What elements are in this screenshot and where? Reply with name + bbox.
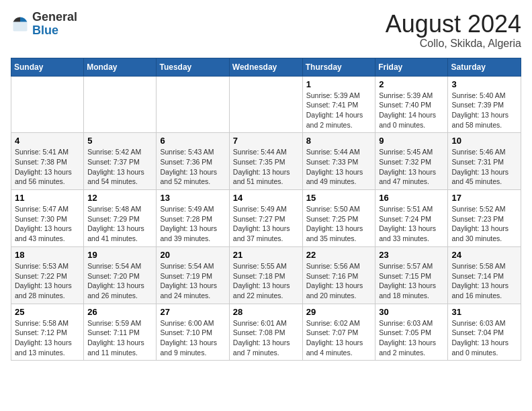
day-number: 27 (160, 307, 225, 317)
day-number: 5 (87, 136, 152, 146)
day-info: Sunrise: 5:54 AMSunset: 7:20 PMDaylight:… (87, 261, 152, 301)
day-cell: 27Sunrise: 6:00 AMSunset: 7:10 PMDayligh… (157, 304, 229, 361)
day-cell: 2Sunrise: 5:39 AMSunset: 7:40 PMDaylight… (375, 76, 448, 133)
weekday-header-wednesday: Wednesday (229, 58, 302, 76)
day-cell: 22Sunrise: 5:56 AMSunset: 7:16 PMDayligh… (302, 246, 375, 304)
day-number: 24 (451, 250, 517, 260)
day-cell: 25Sunrise: 5:58 AMSunset: 7:12 PMDayligh… (11, 304, 84, 361)
location-subtitle: Collo, Skikda, Algeria (386, 38, 521, 50)
week-row-4: 18Sunrise: 5:53 AMSunset: 7:22 PMDayligh… (11, 246, 521, 304)
day-info: Sunrise: 5:45 AMSunset: 7:32 PMDaylight:… (379, 147, 444, 187)
day-info: Sunrise: 5:57 AMSunset: 7:15 PMDaylight:… (379, 261, 444, 301)
day-info: Sunrise: 5:48 AMSunset: 7:29 PMDaylight:… (87, 204, 152, 244)
weekday-header-monday: Monday (84, 58, 157, 76)
day-cell: 6Sunrise: 5:43 AMSunset: 7:36 PMDaylight… (157, 133, 229, 190)
day-info: Sunrise: 6:01 AMSunset: 7:08 PMDaylight:… (233, 318, 299, 358)
day-cell: 12Sunrise: 5:48 AMSunset: 7:29 PMDayligh… (84, 190, 157, 247)
day-number: 28 (233, 307, 299, 317)
day-cell: 17Sunrise: 5:52 AMSunset: 7:23 PMDayligh… (448, 190, 521, 247)
header-row: SundayMondayTuesdayWednesdayThursdayFrid… (11, 58, 521, 76)
weekday-header-tuesday: Tuesday (157, 58, 229, 76)
day-cell: 10Sunrise: 5:46 AMSunset: 7:31 PMDayligh… (448, 133, 521, 190)
day-number: 31 (451, 307, 517, 317)
day-cell: 1Sunrise: 5:39 AMSunset: 7:41 PMDaylight… (302, 76, 375, 133)
logo-blue-text: Blue (32, 24, 58, 37)
day-info: Sunrise: 5:58 AMSunset: 7:12 PMDaylight:… (15, 318, 80, 358)
day-cell (229, 76, 302, 133)
day-info: Sunrise: 5:49 AMSunset: 7:27 PMDaylight:… (233, 204, 299, 244)
day-cell: 21Sunrise: 5:55 AMSunset: 7:18 PMDayligh… (229, 246, 302, 304)
svg-rect-0 (13, 21, 28, 31)
day-number: 7 (233, 136, 299, 146)
day-number: 3 (451, 79, 517, 89)
day-info: Sunrise: 5:56 AMSunset: 7:16 PMDaylight:… (306, 261, 372, 301)
day-number: 2 (379, 79, 444, 89)
day-cell (84, 76, 157, 133)
logo-icon (11, 15, 30, 34)
month-year-title: August 2024 (386, 11, 521, 38)
day-number: 30 (379, 307, 444, 317)
day-cell: 18Sunrise: 5:53 AMSunset: 7:22 PMDayligh… (11, 246, 84, 304)
day-cell: 7Sunrise: 5:44 AMSunset: 7:35 PMDaylight… (229, 133, 302, 190)
day-number: 19 (87, 250, 152, 260)
weekday-header-sunday: Sunday (11, 58, 84, 76)
day-number: 25 (15, 307, 80, 317)
day-cell: 30Sunrise: 6:03 AMSunset: 7:05 PMDayligh… (375, 304, 448, 361)
day-number: 26 (87, 307, 152, 317)
day-cell: 5Sunrise: 5:42 AMSunset: 7:37 PMDaylight… (84, 133, 157, 190)
day-number: 4 (15, 136, 80, 146)
day-info: Sunrise: 6:02 AMSunset: 7:07 PMDaylight:… (306, 318, 372, 358)
day-cell: 28Sunrise: 6:01 AMSunset: 7:08 PMDayligh… (229, 304, 302, 361)
logo-general-text: General (32, 10, 77, 24)
day-info: Sunrise: 5:54 AMSunset: 7:19 PMDaylight:… (160, 261, 225, 301)
week-row-5: 25Sunrise: 5:58 AMSunset: 7:12 PMDayligh… (11, 304, 521, 361)
day-cell: 11Sunrise: 5:47 AMSunset: 7:30 PMDayligh… (11, 190, 84, 247)
day-cell: 14Sunrise: 5:49 AMSunset: 7:27 PMDayligh… (229, 190, 302, 247)
day-number: 6 (160, 136, 225, 146)
calendar-table: SundayMondayTuesdayWednesdayThursdayFrid… (11, 58, 521, 361)
logo: General Blue (11, 11, 77, 38)
day-number: 20 (160, 250, 225, 260)
day-info: Sunrise: 5:52 AMSunset: 7:23 PMDaylight:… (451, 204, 517, 244)
day-info: Sunrise: 5:51 AMSunset: 7:24 PMDaylight:… (379, 204, 444, 244)
weekday-header-friday: Friday (375, 58, 448, 76)
day-cell: 19Sunrise: 5:54 AMSunset: 7:20 PMDayligh… (84, 246, 157, 304)
day-info: Sunrise: 5:55 AMSunset: 7:18 PMDaylight:… (233, 261, 299, 301)
day-cell: 4Sunrise: 5:41 AMSunset: 7:38 PMDaylight… (11, 133, 84, 190)
day-number: 16 (379, 193, 444, 203)
weekday-header-thursday: Thursday (302, 58, 375, 76)
week-row-2: 4Sunrise: 5:41 AMSunset: 7:38 PMDaylight… (11, 133, 521, 190)
day-number: 10 (451, 136, 517, 146)
day-cell: 16Sunrise: 5:51 AMSunset: 7:24 PMDayligh… (375, 190, 448, 247)
day-number: 18 (15, 250, 80, 260)
day-info: Sunrise: 5:43 AMSunset: 7:36 PMDaylight:… (160, 147, 225, 187)
day-number: 23 (379, 250, 444, 260)
day-cell: 26Sunrise: 5:59 AMSunset: 7:11 PMDayligh… (84, 304, 157, 361)
day-cell: 13Sunrise: 5:49 AMSunset: 7:28 PMDayligh… (157, 190, 229, 247)
day-cell: 29Sunrise: 6:02 AMSunset: 7:07 PMDayligh… (302, 304, 375, 361)
week-row-3: 11Sunrise: 5:47 AMSunset: 7:30 PMDayligh… (11, 190, 521, 247)
day-cell (157, 76, 229, 133)
day-info: Sunrise: 5:49 AMSunset: 7:28 PMDaylight:… (160, 204, 225, 244)
day-cell: 9Sunrise: 5:45 AMSunset: 7:32 PMDaylight… (375, 133, 448, 190)
day-info: Sunrise: 5:59 AMSunset: 7:11 PMDaylight:… (87, 318, 152, 358)
title-block: August 2024 Collo, Skikda, Algeria (386, 11, 521, 50)
day-info: Sunrise: 5:40 AMSunset: 7:39 PMDaylight:… (451, 91, 517, 130)
day-number: 17 (451, 193, 517, 203)
day-number: 22 (306, 250, 372, 260)
day-info: Sunrise: 6:03 AMSunset: 7:05 PMDaylight:… (379, 318, 444, 358)
day-info: Sunrise: 5:53 AMSunset: 7:22 PMDaylight:… (15, 261, 80, 301)
day-cell: 20Sunrise: 5:54 AMSunset: 7:19 PMDayligh… (157, 246, 229, 304)
day-cell: 24Sunrise: 5:58 AMSunset: 7:14 PMDayligh… (448, 246, 521, 304)
day-number: 15 (306, 193, 372, 203)
day-info: Sunrise: 5:44 AMSunset: 7:33 PMDaylight:… (306, 147, 372, 187)
day-number: 12 (87, 193, 152, 203)
day-number: 14 (233, 193, 299, 203)
day-info: Sunrise: 5:39 AMSunset: 7:41 PMDaylight:… (306, 91, 372, 130)
page-header: General Blue August 2024 Collo, Skikda, … (11, 11, 521, 50)
day-info: Sunrise: 5:44 AMSunset: 7:35 PMDaylight:… (233, 147, 299, 187)
day-number: 8 (306, 136, 372, 146)
day-info: Sunrise: 6:00 AMSunset: 7:10 PMDaylight:… (160, 318, 225, 358)
day-cell: 15Sunrise: 5:50 AMSunset: 7:25 PMDayligh… (302, 190, 375, 247)
day-info: Sunrise: 5:50 AMSunset: 7:25 PMDaylight:… (306, 204, 372, 244)
